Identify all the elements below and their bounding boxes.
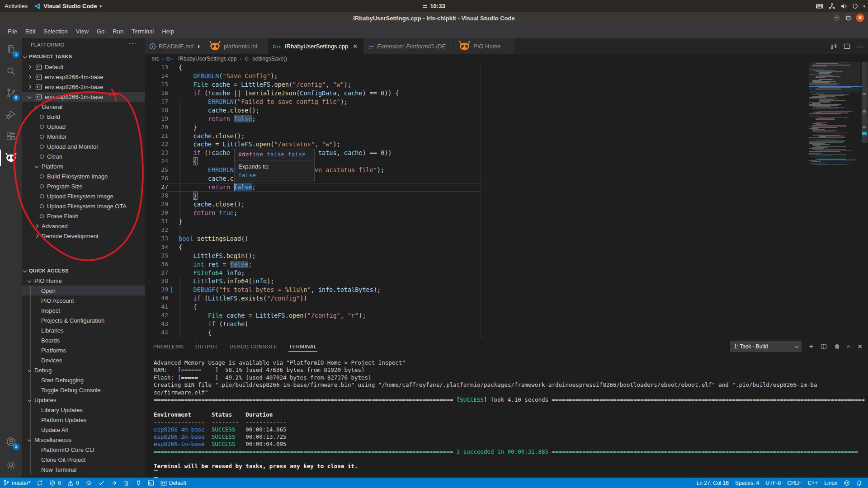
indentation[interactable]: Spaces: 4 <box>732 478 762 488</box>
split-terminal-icon[interactable] <box>821 343 827 350</box>
code-line-43[interactable]: 43 if (!cache) <box>145 320 868 328</box>
task-advanced[interactable]: Advanced <box>22 221 145 231</box>
menu-selection[interactable]: Selection <box>39 26 71 37</box>
code-line-21[interactable]: 21 cache.close(); <box>145 132 868 141</box>
panel-tab-problems[interactable]: PROBLEMS <box>153 342 184 351</box>
panel-tab-debug-console[interactable]: DEBUG CONSOLE <box>229 342 278 351</box>
sync-button[interactable] <box>33 478 46 488</box>
keyboard-layout-icon[interactable] <box>816 3 824 10</box>
feedback-button[interactable] <box>840 478 853 488</box>
task-env-esp8266-2m-base[interactable]: env:esp8266-2m-base <box>22 82 145 92</box>
code-line-34[interactable]: 34{ <box>145 243 868 252</box>
eol-sequence[interactable]: CRLF <box>784 478 804 488</box>
quick-boards[interactable]: Boards <box>22 335 145 345</box>
branch-indicator[interactable]: master* <box>0 478 33 488</box>
activity-platformio-icon[interactable] <box>0 147 22 169</box>
split-editor-icon[interactable] <box>844 43 850 50</box>
activity-extensions-icon[interactable] <box>0 125 22 147</box>
code-line-44[interactable]: 44 { <box>145 328 868 337</box>
menu-terminal[interactable]: Terminal <box>127 26 158 37</box>
close-button[interactable]: ✕ <box>856 14 864 22</box>
volume-icon[interactable] <box>840 3 847 10</box>
quick-pio-account[interactable]: PIO Account <box>22 296 145 305</box>
task-monitor[interactable]: Monitor <box>22 131 145 141</box>
quick-update-all[interactable]: Update All <box>22 425 145 435</box>
task-program-size[interactable]: Program Size <box>22 181 145 191</box>
task-upload[interactable]: Upload <box>22 122 145 131</box>
pio-build-button[interactable] <box>95 478 108 488</box>
breadcrumb-item[interactable]: IRbabyUserSettings.cpp <box>178 56 236 62</box>
code-line-27[interactable]: 27 return false; <box>145 183 868 192</box>
quick-upgrade-platformio-core[interactable]: Upgrade PlatformIO Core <box>22 474 145 478</box>
quick-open[interactable]: Open <box>22 286 145 296</box>
compare-changes-icon[interactable] <box>830 43 837 50</box>
pio-env-selector[interactable]: Default <box>157 478 189 488</box>
code-line-38[interactable]: 38 LittleFS.info64(info); <box>145 277 868 286</box>
minimap[interactable] <box>809 62 860 315</box>
menu-go[interactable]: Go <box>93 26 108 37</box>
task-upload-filesystem-image-ota[interactable]: Upload Filesystem Image OTA <box>22 201 145 211</box>
code-line-32[interactable]: 32 <box>145 226 868 235</box>
code-line-40[interactable]: 40 if (LittleFS.exists("/config")) <box>145 294 868 303</box>
breadcrumb[interactable]: src›C++IRbabyUserSettings.cpp›settingsSa… <box>145 54 868 63</box>
tab-readme-md[interactable]: README.md <box>145 38 204 54</box>
new-terminal-icon[interactable]: + <box>809 342 813 351</box>
menu-edit[interactable]: Edit <box>21 26 39 37</box>
code-editor[interactable]: 13{14 DEBUGLN("Save Config");15 File cac… <box>145 63 868 339</box>
encoding[interactable]: UTF-8 <box>762 478 784 488</box>
code-line-35[interactable]: 35 LittleFS.begin(); <box>145 252 868 260</box>
quick-new-terminal[interactable]: New Terminal <box>22 465 145 474</box>
task-remote-development[interactable]: Remote Development <box>22 231 145 241</box>
tab-pio-home[interactable]: PIO Home <box>454 38 514 54</box>
code-line-37[interactable]: 37 FSInfo64 info; <box>145 269 868 277</box>
pio-upload-button[interactable] <box>108 478 120 488</box>
code-line-30[interactable]: 30 return true; <box>145 209 868 217</box>
more-actions-icon[interactable]: ··· <box>129 39 137 47</box>
code-line-19[interactable]: 19 return false; <box>145 115 868 123</box>
quick-updates[interactable]: Updates <box>22 395 145 405</box>
activity-settings-gear-icon[interactable] <box>0 454 22 476</box>
close-panel-icon[interactable]: ✕ <box>857 343 863 350</box>
quick-libraries[interactable]: Libraries <box>22 325 145 335</box>
code-line-15[interactable]: 15 File cache = LittleFS.open("/config",… <box>145 80 868 89</box>
terminal-selector-dropdown[interactable]: 1: Task - Build <box>730 341 802 352</box>
code-line-16[interactable]: 16 if (!cache || (serializeJson(ConfigDa… <box>145 89 868 98</box>
cursor-position[interactable]: Ln 27, Col 16 <box>693 478 732 488</box>
editor-scrollbar[interactable] <box>862 62 868 143</box>
quick-library-updates[interactable]: Library Updates <box>22 405 145 415</box>
menu-help[interactable]: Help <box>158 26 178 37</box>
maximize-panel-icon[interactable] <box>847 343 850 351</box>
task-env-esp8266-4m-base[interactable]: env:esp8266-4m-base <box>22 72 145 82</box>
chevron-down-icon[interactable]: ▾ <box>863 4 865 9</box>
code-line-31[interactable]: 31} <box>145 217 868 226</box>
close-icon[interactable]: ✕ <box>353 43 358 50</box>
quick-debug[interactable]: Debug <box>22 365 145 375</box>
section-quick-access[interactable]: QUICK ACCESS <box>22 266 145 276</box>
task-build[interactable]: Build <box>22 112 145 122</box>
quick-platforms[interactable]: Platforms <box>22 345 145 355</box>
terminal-output[interactable]: Advanced Memory Usage is available via "… <box>154 359 863 476</box>
code-line-22[interactable]: 22 cache = LittleFS.open("/acstatus", "w… <box>145 140 868 149</box>
code-line-13[interactable]: 13{ <box>145 63 868 72</box>
quick-platformio-core-cli[interactable]: PlatformIO Core CLI <box>22 445 145 455</box>
task-upload-and-monitor[interactable]: Upload and Monitor <box>22 141 145 151</box>
activity-run-debug-icon[interactable] <box>0 103 22 125</box>
quick-miscellaneous[interactable]: Miscellaneous <box>22 435 145 445</box>
tab-platformio-ini[interactable]: platformio.ini <box>204 38 269 54</box>
section-project-tasks[interactable]: PROJECT TASKS <box>22 52 145 61</box>
breadcrumb-item[interactable]: settingsSave() <box>252 56 287 62</box>
code-line-17[interactable]: 17 ERRORLN("Failed to save config file")… <box>145 98 868 106</box>
tab-extension-platformio-ide[interactable]: Extension: PlatformIO IDE <box>363 38 454 54</box>
remote-os[interactable]: Linux <box>821 478 840 488</box>
tab-irbabyusersettings-cpp[interactable]: C++IRbabyUserSettings.cpp✕ <box>269 38 363 54</box>
pio-clean-button[interactable] <box>120 478 132 488</box>
quick-start-debugging[interactable]: Start Debugging <box>22 375 145 385</box>
quick-pio-home[interactable]: PIO Home <box>22 276 145 286</box>
task-platform[interactable]: Platform <box>22 161 145 171</box>
network-icon[interactable] <box>828 3 835 10</box>
panel-tab-terminal[interactable]: TERMINAL <box>288 342 317 352</box>
quick-inspect[interactable]: Inspect <box>22 305 145 315</box>
activity-files-icon[interactable]: 1 <box>0 38 22 60</box>
maximize-button[interactable]: ▢ <box>844 14 853 22</box>
breadcrumb-item[interactable]: src <box>152 56 159 62</box>
